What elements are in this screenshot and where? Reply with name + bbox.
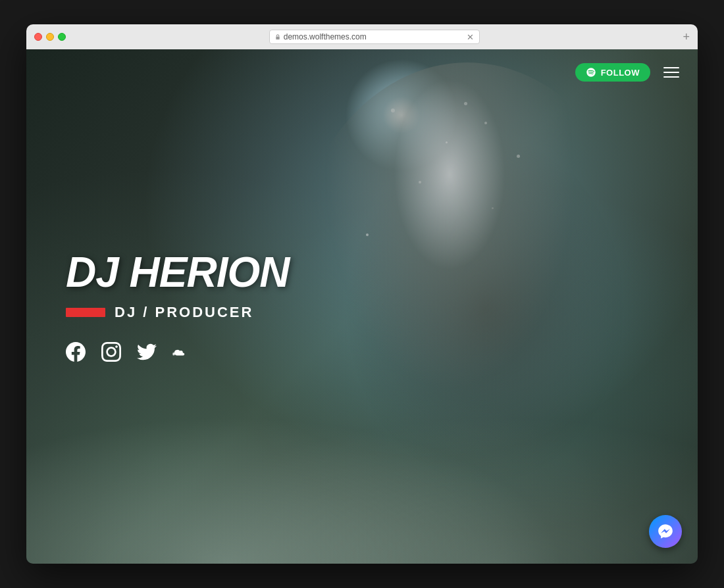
- clear-url-icon[interactable]: ✕: [467, 32, 474, 42]
- messenger-fab[interactable]: [649, 515, 682, 548]
- website-content: FOLLOW DJ HERION DJ / PRODUCER: [26, 49, 698, 564]
- close-button[interactable]: [34, 33, 42, 41]
- dj-subtitle: DJ / PRODUCER: [115, 304, 253, 321]
- svg-rect-0: [276, 36, 279, 39]
- twitter-link[interactable]: [137, 342, 157, 362]
- subtitle-row: DJ / PRODUCER: [66, 304, 290, 321]
- follow-label: FOLLOW: [601, 68, 640, 78]
- instagram-link[interactable]: [101, 342, 121, 362]
- url-text: demos.wolfthemes.com: [284, 32, 367, 41]
- hamburger-line-1: [663, 67, 679, 68]
- smoke-overlay: [26, 358, 698, 564]
- hamburger-menu-button[interactable]: [661, 64, 682, 80]
- facebook-icon: [66, 342, 86, 362]
- address-input[interactable]: demos.wolfthemes.com ✕: [269, 30, 480, 44]
- browser-window: demos.wolfthemes.com ✕ + FOLLOW: [26, 24, 698, 564]
- soundcloud-icon: [172, 342, 192, 362]
- new-tab-button[interactable]: +: [683, 31, 690, 43]
- lock-icon: [275, 34, 280, 40]
- navbar: FOLLOW: [26, 49, 698, 95]
- social-icons-row: [66, 342, 290, 362]
- instagram-icon: [101, 342, 121, 362]
- address-bar-container: demos.wolfthemes.com ✕: [71, 30, 677, 44]
- minimize-button[interactable]: [46, 33, 54, 41]
- twitter-icon: [137, 342, 157, 362]
- messenger-icon: [657, 523, 674, 540]
- hamburger-line-3: [663, 76, 679, 78]
- hamburger-line-2: [663, 72, 679, 73]
- spotify-icon: [586, 67, 596, 78]
- dj-name: DJ HERION: [66, 251, 290, 293]
- facebook-link[interactable]: [66, 342, 86, 362]
- soundcloud-link[interactable]: [172, 342, 192, 362]
- hero-content: DJ HERION DJ / PRODUCER: [66, 251, 290, 362]
- maximize-button[interactable]: [58, 33, 66, 41]
- browser-titlebar: demos.wolfthemes.com ✕ +: [26, 24, 698, 49]
- traffic-lights: [34, 33, 66, 41]
- spotify-follow-button[interactable]: FOLLOW: [575, 63, 650, 82]
- red-accent-bar: [66, 308, 105, 317]
